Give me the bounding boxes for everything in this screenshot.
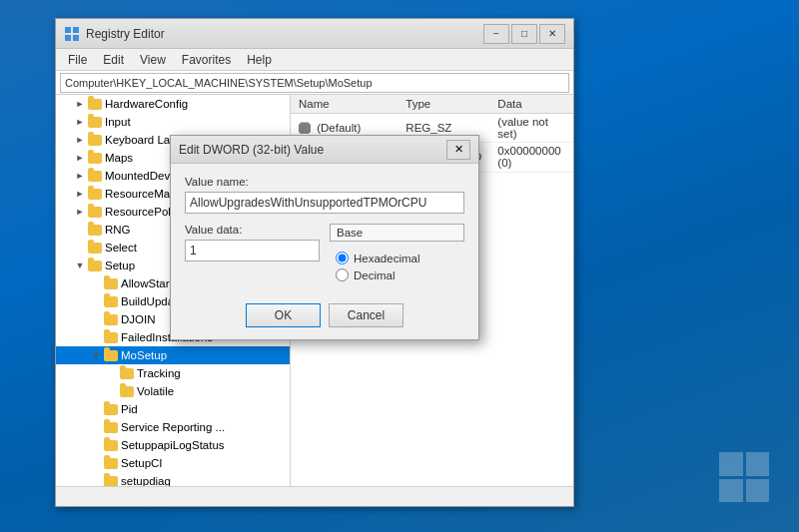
value-data-section: Value data: <box>185 224 320 262</box>
radio-dec-input[interactable] <box>336 268 349 281</box>
value-name-input[interactable] <box>185 192 464 214</box>
modal-title: Edit DWORD (32-bit) Value <box>179 143 446 157</box>
modal-overlay: Edit DWORD (32-bit) Value ✕ Value name: … <box>0 0 799 532</box>
modal-buttons: OK Cancel <box>185 303 464 327</box>
value-data-input[interactable] <box>185 240 320 262</box>
radio-hex-label: Hexadecimal <box>354 253 419 265</box>
base-section: Base Hexadecimal Decimal <box>330 224 464 289</box>
edit-dword-dialog: Edit DWORD (32-bit) Value ✕ Value name: … <box>170 135 479 340</box>
value-data-row: Value data: Base Hexadecimal Decimal <box>185 224 464 289</box>
radio-hexadecimal[interactable]: Hexadecimal <box>336 252 458 265</box>
radio-hex-input[interactable] <box>336 252 349 265</box>
ok-button[interactable]: OK <box>246 303 321 327</box>
modal-body: Value name: Value data: Base Hexadecimal <box>171 164 478 339</box>
value-name-label: Value name: <box>185 176 464 188</box>
modal-title-bar: Edit DWORD (32-bit) Value ✕ <box>171 136 478 164</box>
value-data-label: Value data: <box>185 224 320 236</box>
radio-group: Hexadecimal Decimal <box>330 248 464 289</box>
radio-dec-label: Decimal <box>354 269 396 281</box>
modal-close-button[interactable]: ✕ <box>446 140 470 160</box>
radio-decimal[interactable]: Decimal <box>336 268 458 281</box>
cancel-button[interactable]: Cancel <box>329 303 403 327</box>
base-title: Base <box>330 224 464 242</box>
